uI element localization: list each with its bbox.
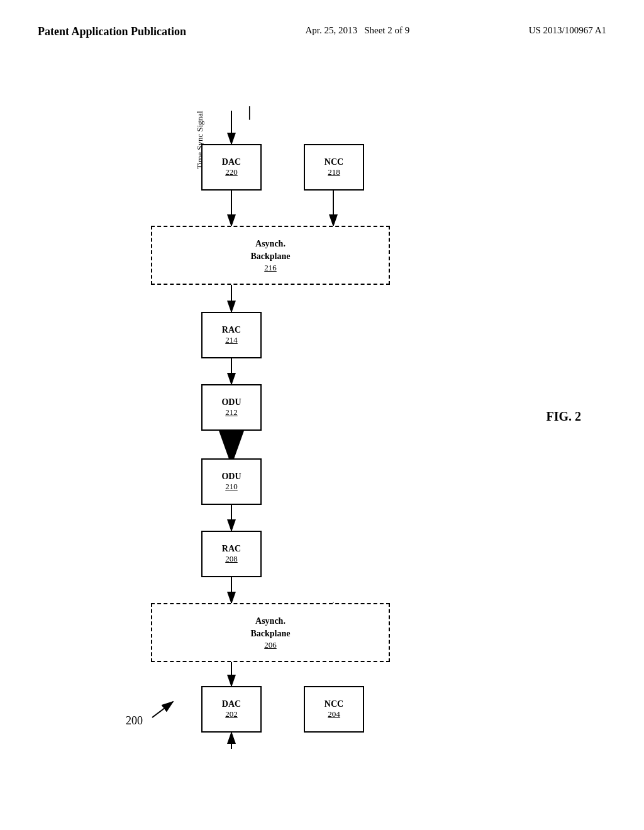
- box-rac208-label: RAC: [222, 544, 241, 554]
- box-rac214-num: 214: [225, 335, 238, 345]
- box-rac208: RAC 208: [201, 531, 262, 577]
- box-ncc218-label: NCC: [325, 157, 343, 167]
- box-asynch216: Asynch.Backplane 216: [151, 226, 390, 285]
- diagram-area: Time Sync Signal ⎪ DAC 220 NCC 218 Async…: [0, 51, 644, 818]
- box-dac220-label: DAC: [222, 157, 241, 167]
- box-ncc218: NCC 218: [304, 144, 364, 191]
- box-asynch216-label: Asynch.Backplane: [250, 238, 290, 262]
- box-odu212-num: 212: [225, 407, 238, 418]
- box-dac202-num: 202: [225, 709, 238, 719]
- box-rac208-num: 208: [225, 554, 238, 564]
- diagram-ref: 200: [126, 714, 143, 728]
- box-ncc218-num: 218: [328, 167, 340, 177]
- box-dac202: DAC 202: [201, 686, 262, 733]
- header-left: Patent Application Publication: [38, 25, 186, 38]
- box-ncc204-label: NCC: [325, 699, 343, 709]
- header-center: Apr. 25, 2013 Sheet 2 of 9: [305, 25, 409, 36]
- squiggle-symbol: ⎪: [245, 106, 254, 120]
- box-asynch206: Asynch.Backplane 206: [151, 603, 390, 662]
- box-odu212: ODU 212: [201, 384, 262, 431]
- box-dac202-label: DAC: [222, 699, 241, 709]
- header-date: Apr. 25, 2013: [305, 25, 357, 35]
- box-rac214-label: RAC: [222, 325, 241, 335]
- box-odu210: ODU 210: [201, 458, 262, 505]
- box-dac220: DAC 220: [201, 144, 262, 191]
- box-rac214: RAC 214: [201, 312, 262, 358]
- box-ncc204: NCC 204: [304, 686, 364, 733]
- box-odu210-label: ODU: [221, 472, 241, 482]
- svg-line-14: [152, 702, 173, 717]
- header-sheet: Sheet 2 of 9: [364, 25, 409, 35]
- fig-label: FIG. 2: [546, 409, 581, 424]
- box-odu212-label: ODU: [221, 397, 241, 407]
- page-header: Patent Application Publication Apr. 25, …: [0, 0, 644, 51]
- box-asynch206-num: 206: [264, 640, 277, 650]
- box-ncc204-num: 204: [328, 709, 340, 719]
- box-asynch216-num: 216: [264, 263, 277, 273]
- header-right: US 2013/100967 A1: [529, 25, 606, 36]
- box-asynch206-label: Asynch.Backplane: [250, 615, 290, 639]
- box-dac220-num: 220: [225, 167, 238, 177]
- box-odu210-num: 210: [225, 482, 238, 492]
